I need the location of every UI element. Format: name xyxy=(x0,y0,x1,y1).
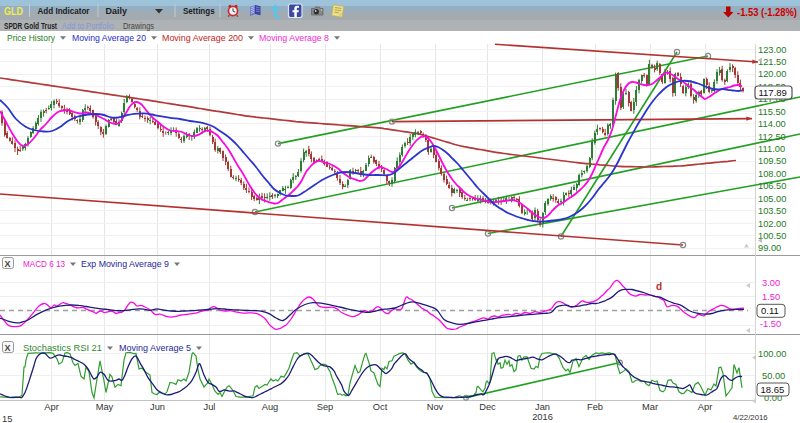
svg-text:15: 15 xyxy=(2,414,12,423)
svg-text:Aug: Aug xyxy=(262,402,279,412)
svg-text:Exp Moving Average 9: Exp Moving Average 9 xyxy=(81,259,169,269)
svg-text:May: May xyxy=(96,402,114,412)
svg-text:X: X xyxy=(5,259,11,269)
svg-text:115.50: 115.50 xyxy=(758,107,786,117)
svg-text:d: d xyxy=(656,281,662,292)
svg-text:Nov: Nov xyxy=(427,402,444,412)
svg-text:Moving Average 5: Moving Average 5 xyxy=(119,343,191,353)
svg-text:-1.50: -1.50 xyxy=(760,319,781,329)
svg-text:Add to Portfolio: Add to Portfolio xyxy=(62,21,114,31)
svg-text:Stochastics RSI 21: Stochastics RSI 21 xyxy=(23,343,102,353)
svg-text:112.50: 112.50 xyxy=(758,132,786,142)
svg-text:Jan: Jan xyxy=(535,402,550,412)
svg-text:Jul: Jul xyxy=(204,402,216,412)
svg-text:GLD: GLD xyxy=(4,5,23,17)
svg-text:SPDR Gold Trust: SPDR Gold Trust xyxy=(4,21,57,31)
svg-text:100.50: 100.50 xyxy=(758,231,786,241)
svg-text:108.00: 108.00 xyxy=(758,169,786,179)
svg-text:109.50: 109.50 xyxy=(758,156,786,166)
svg-text:1.50: 1.50 xyxy=(762,292,780,302)
svg-text:Moving Average 200: Moving Average 200 xyxy=(162,33,243,43)
svg-text:Feb: Feb xyxy=(587,402,603,412)
svg-text:3.00: 3.00 xyxy=(762,278,780,288)
svg-text:2016: 2016 xyxy=(532,412,553,422)
svg-text:Daily: Daily xyxy=(106,5,128,16)
svg-text:X: X xyxy=(5,343,11,353)
svg-text:123.00: 123.00 xyxy=(758,45,786,55)
svg-text:99.00: 99.00 xyxy=(758,243,781,253)
svg-text:Price History: Price History xyxy=(7,33,55,43)
svg-text:Drawings: Drawings xyxy=(123,21,155,31)
svg-text:121.50: 121.50 xyxy=(758,57,786,67)
svg-text:Mar: Mar xyxy=(642,402,658,412)
svg-text:102.00: 102.00 xyxy=(758,219,786,229)
svg-text:0.11: 0.11 xyxy=(761,305,779,316)
svg-text:120.00: 120.00 xyxy=(758,69,786,79)
svg-text:MACD 6 13: MACD 6 13 xyxy=(23,259,65,269)
svg-text:50.00: 50.00 xyxy=(762,371,785,381)
svg-text:106.50: 106.50 xyxy=(758,181,786,191)
svg-text:Apr: Apr xyxy=(44,402,58,412)
svg-text:Moving Average 20: Moving Average 20 xyxy=(72,33,146,43)
svg-text:4/22/2016: 4/22/2016 xyxy=(733,413,768,422)
svg-text:-1.53 (-1.28%): -1.53 (-1.28%) xyxy=(737,7,797,18)
svg-text:Moving Average 8: Moving Average 8 xyxy=(259,33,329,43)
svg-text:Settings: Settings xyxy=(183,5,215,16)
svg-text:105.00: 105.00 xyxy=(758,194,786,204)
svg-text:18.65: 18.65 xyxy=(761,384,785,395)
svg-text:Oct: Oct xyxy=(373,402,388,412)
svg-text:Sep: Sep xyxy=(317,402,334,412)
svg-text:Add Indicator: Add Indicator xyxy=(38,5,90,16)
svg-text:Apr: Apr xyxy=(698,402,712,412)
svg-text:100.00: 100.00 xyxy=(758,349,786,359)
svg-text:Dec: Dec xyxy=(479,402,496,412)
svg-text:Jun: Jun xyxy=(150,402,165,412)
svg-text:114.00: 114.00 xyxy=(758,119,786,129)
svg-text:111.00: 111.00 xyxy=(758,144,785,154)
svg-text:117.89: 117.89 xyxy=(759,87,787,98)
svg-text:103.50: 103.50 xyxy=(758,206,786,216)
